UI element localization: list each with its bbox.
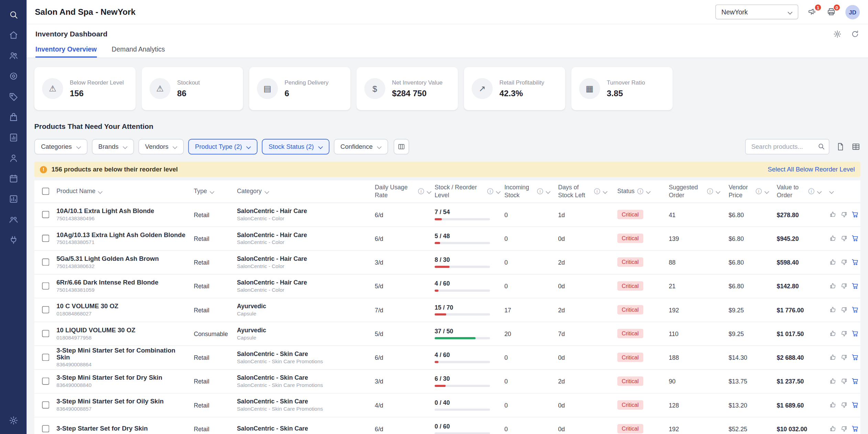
thumbs-up-icon[interactable] <box>829 211 837 218</box>
staff-icon[interactable] <box>8 51 18 60</box>
thumbs-down-icon[interactable] <box>840 378 848 385</box>
thumbs-up-icon[interactable] <box>829 425 837 432</box>
appointments-icon[interactable] <box>8 173 18 183</box>
thumbs-up-icon[interactable] <box>829 306 837 313</box>
add-to-cart-icon[interactable] <box>851 378 859 385</box>
info-icon[interactable] <box>418 188 424 194</box>
printer-icon[interactable]: 0 <box>826 7 836 16</box>
select-all-link[interactable]: Select All Below Reorder Level <box>768 166 855 173</box>
info-icon[interactable] <box>637 188 644 194</box>
table-row[interactable]: 5Ga/5.31 Light Golden Ash Brown 75014383… <box>34 251 860 274</box>
col-product-name[interactable]: Product Name <box>56 184 194 198</box>
info-icon[interactable] <box>756 188 762 194</box>
thumbs-up-icon[interactable] <box>829 354 837 361</box>
announcements-icon[interactable]: 1 <box>808 7 817 16</box>
home-icon[interactable] <box>8 30 18 40</box>
info-icon[interactable] <box>707 188 713 194</box>
filter-chip[interactable]: Vendors <box>139 139 184 154</box>
add-to-cart-icon[interactable] <box>851 354 859 361</box>
add-to-cart-icon[interactable] <box>851 211 859 218</box>
thumbs-down-icon[interactable] <box>840 330 848 337</box>
table-row[interactable]: 6Rr/6.66 Dark Intense Red Blonde 7501438… <box>34 274 860 298</box>
table-row[interactable]: 3-Step Mini Starter Set for Oily Skin 83… <box>34 393 860 417</box>
col-vendor-price[interactable]: Vendor Price <box>728 180 777 202</box>
filter-chip[interactable]: Stock Status (2) <box>262 139 329 154</box>
thumbs-up-icon[interactable] <box>829 401 837 409</box>
thumbs-down-icon[interactable] <box>840 258 848 266</box>
col-type[interactable]: Type <box>194 184 237 198</box>
teams-icon[interactable] <box>8 214 18 224</box>
col-days-of-stock-left[interactable]: Days of Stock Left <box>558 180 617 202</box>
filter-chip[interactable]: Categories <box>34 139 87 154</box>
info-icon[interactable] <box>537 188 543 194</box>
table-row[interactable]: 10A/10.1 Extra Light Ash Blonde 75014383… <box>34 203 860 226</box>
row-checkbox[interactable] <box>42 258 49 266</box>
column-view-button[interactable] <box>394 139 409 154</box>
info-icon[interactable] <box>808 188 814 194</box>
guests-icon[interactable] <box>8 153 18 163</box>
add-to-cart-icon[interactable] <box>851 306 859 313</box>
analytics-icon[interactable] <box>8 194 18 204</box>
thumbs-up-icon[interactable] <box>829 258 837 266</box>
row-checkbox[interactable] <box>42 425 49 432</box>
filter-chip[interactable]: Confidence <box>334 139 388 154</box>
gear-icon[interactable] <box>833 30 842 38</box>
thumbs-up-icon[interactable] <box>829 235 837 242</box>
table-row[interactable]: 3-Step Mini Starter Set for Dry Skin 836… <box>34 369 860 393</box>
row-checkbox[interactable] <box>42 401 49 409</box>
reports-icon[interactable] <box>8 132 18 142</box>
row-checkbox[interactable] <box>42 306 49 313</box>
col-suggested-order[interactable]: Suggested Order <box>669 180 728 202</box>
add-to-cart-icon[interactable] <box>851 258 859 266</box>
row-checkbox[interactable] <box>42 378 49 385</box>
add-to-cart-icon[interactable] <box>851 425 859 432</box>
thumbs-down-icon[interactable] <box>840 306 848 313</box>
search-input[interactable] <box>745 139 829 154</box>
targets-icon[interactable] <box>8 71 18 81</box>
thumbs-down-icon[interactable] <box>840 211 848 218</box>
table-row[interactable]: 10 LIQUID VOLUME 30 OZ 018084977958 Cons… <box>34 322 860 346</box>
table-row[interactable]: 10 C VOLUME 30 OZ 018084868027 Retail Ay… <box>34 298 860 322</box>
add-to-cart-icon[interactable] <box>851 282 859 290</box>
thumbs-down-icon[interactable] <box>840 235 848 242</box>
thumbs-up-icon[interactable] <box>829 330 837 337</box>
table-row[interactable]: 3-Step Starter Set for Dry Skin Retail S… <box>34 417 860 434</box>
thumbs-down-icon[interactable] <box>840 354 848 361</box>
location-select[interactable]: NewYork <box>715 4 799 19</box>
col-value-to-order[interactable]: Value to Order <box>777 180 829 202</box>
integrations-icon[interactable] <box>8 235 18 245</box>
settings-icon[interactable] <box>8 415 18 425</box>
select-all-checkbox[interactable] <box>42 188 49 195</box>
col-stock-reorder-level[interactable]: Stock / Reorder Level <box>435 180 504 202</box>
thumbs-up-icon[interactable] <box>829 282 837 290</box>
filter-chip[interactable]: Brands <box>92 139 134 154</box>
row-checkbox[interactable] <box>42 235 49 242</box>
row-checkbox[interactable] <box>42 211 49 218</box>
table-row[interactable]: 10Ag/10.13 Extra Light Ash Golden Blonde… <box>34 227 860 251</box>
col-actions[interactable] <box>829 186 860 197</box>
thumbs-down-icon[interactable] <box>840 425 848 432</box>
col-status[interactable]: Status <box>617 184 669 198</box>
table-view-icon[interactable] <box>851 142 860 151</box>
row-checkbox[interactable] <box>42 330 49 337</box>
thumbs-down-icon[interactable] <box>840 401 848 409</box>
thumbs-up-icon[interactable] <box>829 378 837 385</box>
sales-icon[interactable] <box>8 112 18 122</box>
export-icon[interactable] <box>836 142 845 151</box>
info-icon[interactable] <box>487 188 493 194</box>
tab-demand-analytics[interactable]: Demand Analytics <box>112 45 165 57</box>
filter-chip[interactable]: Product Type (2) <box>188 139 257 154</box>
add-to-cart-icon[interactable] <box>851 401 859 409</box>
offers-icon[interactable] <box>8 91 18 101</box>
row-checkbox[interactable] <box>42 282 49 290</box>
col-incoming-stock[interactable]: Incoming Stock <box>504 180 558 202</box>
add-to-cart-icon[interactable] <box>851 330 859 337</box>
row-checkbox[interactable] <box>42 354 49 361</box>
tab-inventory-overview[interactable]: Inventory Overview <box>35 45 97 57</box>
column-options-icon[interactable] <box>829 189 834 194</box>
avatar[interactable]: JD <box>845 5 860 19</box>
add-to-cart-icon[interactable] <box>851 235 859 242</box>
col-daily-usage-rate[interactable]: Daily Usage Rate <box>375 180 435 202</box>
thumbs-down-icon[interactable] <box>840 282 848 290</box>
info-icon[interactable] <box>594 188 600 194</box>
